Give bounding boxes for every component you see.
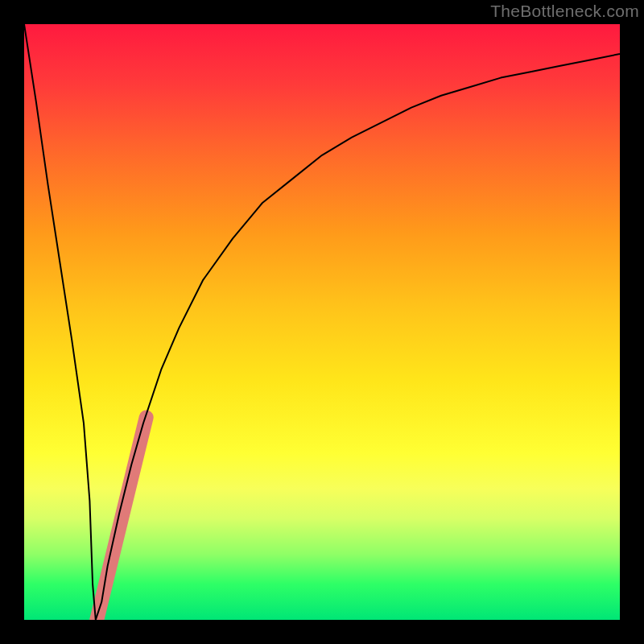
- chart-svg: [24, 24, 620, 620]
- plot-area: [24, 24, 620, 620]
- chart-frame: TheBottleneck.com: [0, 0, 644, 644]
- watermark-text: TheBottleneck.com: [490, 2, 639, 21]
